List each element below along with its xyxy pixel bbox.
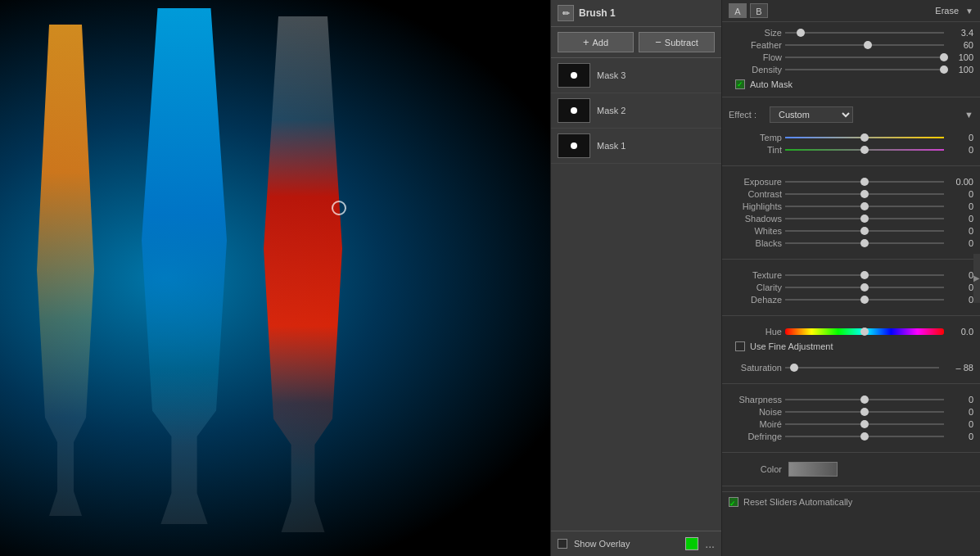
auto-mask-checkbox[interactable]: ✓ (735, 79, 745, 89)
size-slider[interactable] (785, 28, 944, 38)
mask-2-label: Mask 2 (597, 106, 625, 115)
overlay-label: Show Overlay (574, 539, 679, 549)
blacks-slider[interactable] (785, 238, 944, 248)
texture-value: 0 (947, 270, 973, 280)
contrast-slider[interactable] (785, 189, 944, 199)
color-label: Color (729, 464, 782, 474)
saturation-slider[interactable] (785, 363, 939, 373)
brush-header: ✏ Brush 1 (551, 0, 721, 27)
whites-slider[interactable] (785, 226, 944, 236)
whites-value: 0 (947, 226, 973, 236)
saturation-value: – 88 (942, 363, 973, 373)
density-value: 100 (947, 65, 973, 75)
size-row: Size 3.4 (729, 28, 973, 38)
color-row: Color (722, 458, 980, 481)
auto-mask-row: ✓ Auto Mask (729, 77, 973, 92)
ab-erase-row: A B Erase ▼ (722, 0, 980, 22)
saturation-label: Saturation (729, 363, 782, 373)
tint-value: 0 (947, 145, 973, 155)
erase-button[interactable]: Erase (935, 6, 959, 16)
dehaze-value: 0 (947, 295, 973, 305)
brush-icon-symbol: ✏ (562, 8, 570, 19)
saturation-row: Saturation – 88 (729, 363, 973, 373)
hue-slider[interactable] (785, 327, 944, 337)
blacks-row: Blacks 0 (729, 238, 973, 248)
dehaze-slider[interactable] (785, 295, 944, 305)
tab-a-button[interactable]: A (729, 3, 747, 18)
defringe-row: Defringe 0 (729, 432, 973, 441)
clarity-row: Clarity 0 (729, 283, 973, 292)
clarity-label: Clarity (729, 283, 782, 292)
tab-b-button[interactable]: B (750, 3, 768, 18)
exposure-slider[interactable] (785, 177, 944, 187)
tint-label: Tint (729, 145, 782, 155)
brush-cursor (332, 201, 346, 215)
mask-item-1[interactable]: Mask 1 (551, 129, 721, 164)
divider-4 (722, 315, 980, 316)
flow-slider[interactable] (785, 52, 944, 62)
tint-slider[interactable] (785, 145, 944, 155)
density-slider[interactable] (785, 65, 944, 75)
divider-3 (722, 259, 980, 260)
moire-label: Moiré (729, 419, 782, 429)
contrast-value: 0 (947, 189, 973, 199)
erase-dropdown-arrow[interactable]: ▼ (965, 7, 973, 16)
mask-1-label: Mask 1 (597, 141, 625, 151)
reset-label: Reset Sliders Automatically (743, 497, 852, 507)
hue-label: Hue (729, 327, 782, 337)
noise-slider[interactable] (785, 407, 944, 417)
mask-item-3[interactable]: Mask 3 (551, 58, 721, 93)
highlights-slider[interactable] (785, 201, 944, 211)
panel-collapse-button[interactable]: ▶ (973, 254, 980, 303)
auto-mask-label: Auto Mask (750, 79, 793, 89)
temp-value: 0 (947, 133, 973, 142)
temp-label: Temp (729, 133, 782, 142)
divider-1 (722, 97, 980, 97)
temp-row: Temp 0 (729, 133, 973, 142)
overlay-color-swatch[interactable] (685, 537, 698, 550)
clarity-slider[interactable] (785, 283, 944, 292)
effect-label: Effect : (729, 110, 770, 120)
detail-group: Texture 0 Clarity 0 Dehaze 0 (722, 264, 980, 310)
feather-slider[interactable] (785, 40, 944, 50)
sharpness-slider[interactable] (785, 395, 944, 405)
temp-tint-group: Temp 0 Tint 0 (722, 127, 980, 160)
moire-row: Moiré 0 (729, 419, 973, 429)
divider-6 (722, 452, 980, 453)
overlay-checkbox[interactable] (558, 539, 567, 549)
effect-dropdown[interactable]: Custom Custom Temp (770, 106, 853, 123)
blacks-label: Blacks (729, 238, 782, 248)
mask-1-thumbnail (558, 133, 590, 158)
feather-value: 60 (947, 40, 973, 50)
add-button[interactable]: + Add (558, 32, 634, 52)
size-label: Size (729, 28, 782, 38)
reset-checkbox[interactable]: ✓ (729, 497, 738, 507)
fine-adj-checkbox[interactable] (735, 341, 745, 351)
whites-row: Whites 0 (729, 226, 973, 236)
noise-row: Noise 0 (729, 407, 973, 417)
feather-row: Feather 60 (729, 40, 973, 50)
highlights-value: 0 (947, 201, 973, 211)
color-swatch[interactable] (788, 462, 838, 477)
defringe-value: 0 (947, 432, 973, 441)
mask-3-label: Mask 3 (597, 70, 625, 80)
hue-value: 0.0 (947, 327, 973, 337)
overlay-options-button[interactable]: ... (705, 537, 715, 550)
feather-label: Feather (729, 40, 782, 50)
mask-item-2[interactable]: Mask 2 (551, 93, 721, 129)
brush-icon: ✏ (558, 5, 574, 21)
contrast-label: Contrast (729, 189, 782, 199)
divider-5 (722, 383, 980, 384)
texture-slider[interactable] (785, 270, 944, 280)
shadows-slider[interactable] (785, 214, 944, 224)
subtract-button[interactable]: − Subtract (639, 32, 715, 52)
mask-list: Mask 3 Mask 2 Mask 1 (551, 58, 721, 531)
moire-slider[interactable] (785, 419, 944, 429)
dehaze-label: Dehaze (729, 295, 782, 305)
fine-adj-label: Use Fine Adjustment (750, 341, 833, 351)
mask-2-thumbnail (558, 98, 590, 123)
effect-row: Effect : Custom Custom Temp ▼ (722, 102, 980, 127)
defringe-slider[interactable] (785, 432, 944, 441)
exposure-label: Exposure (729, 177, 782, 187)
temp-slider[interactable] (785, 133, 944, 142)
